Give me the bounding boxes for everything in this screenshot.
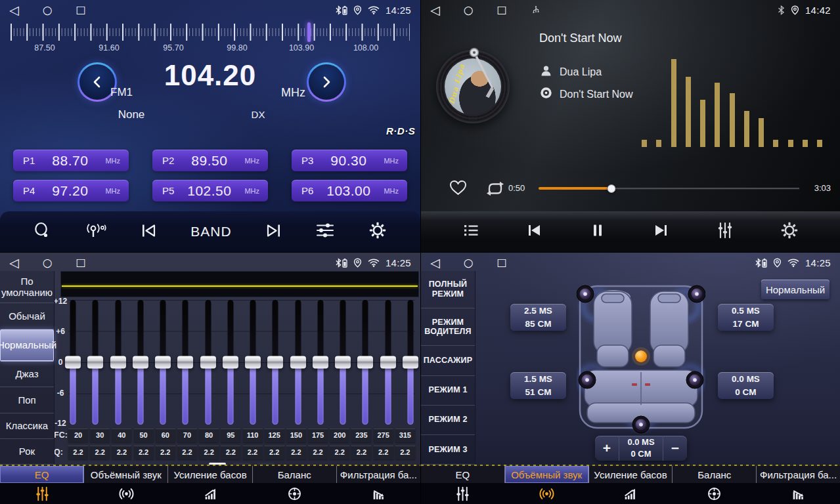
q-value-chip[interactable]: 2.2 (308, 446, 328, 459)
eq-band-slider[interactable] (294, 300, 303, 425)
nav-recents-icon[interactable]: □ (76, 0, 85, 20)
eq-slider-handle[interactable] (290, 356, 306, 369)
fc-value-chip[interactable]: 175 (308, 429, 328, 442)
tab-filter[interactable]: Фильтрация ба... (757, 466, 840, 483)
fc-value-chip[interactable]: 30 (90, 429, 110, 442)
next-station-button[interactable] (265, 222, 282, 242)
q-value-chip[interactable]: 2.2 (221, 446, 240, 459)
eq-band-slider[interactable] (316, 300, 325, 425)
tuner-scale[interactable]: 87.50 91.60 95.70 99.80 103.90 108.00 (11, 22, 410, 54)
eq-slider-handle[interactable] (223, 356, 238, 369)
fc-value-chip[interactable]: 95 (221, 429, 240, 442)
eq-slider-handle[interactable] (177, 356, 193, 369)
filter-tab-icon[interactable] (756, 483, 840, 504)
q-value-chip[interactable]: 2.2 (90, 446, 110, 459)
mode-passenger[interactable]: ПАССАЖИР (421, 346, 475, 375)
eq-slider-handle[interactable] (357, 356, 373, 369)
preset-button-p1[interactable]: P188.70MHz (13, 150, 129, 171)
eq-slider-handle[interactable] (335, 356, 351, 369)
mode-driver[interactable]: РЕЖИМ ВОДИТЕЛЯ (421, 308, 475, 346)
progress-bar[interactable] (539, 184, 799, 193)
balance-tab-icon[interactable] (673, 483, 757, 504)
surround-tab-icon[interactable] (84, 483, 168, 504)
q-value-chip[interactable]: 2.2 (134, 446, 154, 459)
fc-value-chip[interactable]: 80 (199, 429, 219, 442)
tune-up-button[interactable] (307, 62, 346, 102)
bass-boost-tab-icon[interactable] (168, 483, 252, 504)
q-value-chip[interactable]: 2.2 (286, 446, 306, 459)
preset-button-p5[interactable]: P5102.50MHz (152, 180, 268, 201)
nav-home-icon[interactable]: ○ (464, 253, 474, 272)
equalizer-button[interactable] (716, 221, 734, 242)
eq-preset-jazz[interactable]: Джаз (0, 362, 54, 387)
fc-value-chip[interactable]: 200 (330, 429, 349, 442)
eq-band-slider[interactable] (181, 300, 190, 425)
eq-band-slider[interactable] (226, 300, 235, 425)
fc-value-chip[interactable]: 110 (243, 429, 263, 442)
nav-back-icon[interactable]: ◁ (430, 253, 440, 272)
tab-bass-boost[interactable]: Усиление басов (589, 466, 673, 483)
eq-preset-normal[interactable]: Нормальный (0, 329, 54, 362)
previous-track-button[interactable] (525, 222, 543, 241)
delay-rear-left-button[interactable]: 1.5 MS 51 CM (510, 372, 566, 399)
album-art[interactable]: Dua Lipa (436, 50, 510, 123)
bass-boost-tab-icon[interactable] (588, 483, 673, 504)
eq-slider-handle[interactable] (403, 356, 418, 369)
delay-front-right-button[interactable]: 0.5 MS 17 CM (718, 304, 774, 331)
previous-station-button[interactable] (140, 222, 158, 242)
preset-button-p6[interactable]: P6103.00MHz (292, 180, 407, 201)
surround-tab-icon[interactable] (505, 483, 589, 504)
scan-button[interactable] (33, 222, 51, 242)
settings-gear-button[interactable] (368, 221, 387, 242)
nav-recents-icon[interactable]: □ (76, 253, 85, 272)
nav-recents-icon[interactable]: □ (497, 253, 506, 272)
balance-tab-icon[interactable] (252, 483, 336, 504)
q-value-chip[interactable]: 2.2 (156, 446, 175, 459)
mode-3[interactable]: РЕЖИМ 3 (421, 435, 475, 465)
tab-filter[interactable]: Фильтрация ба... (337, 466, 420, 483)
eq-band-slider[interactable] (68, 300, 77, 425)
eq-slider-handle[interactable] (133, 356, 148, 369)
tab-balance[interactable]: Баланс (673, 466, 757, 483)
eq-preset-custom[interactable]: Обычай (0, 303, 54, 329)
q-value-chip[interactable]: 2.2 (395, 446, 415, 459)
q-value-chip[interactable]: 2.2 (177, 446, 197, 459)
playlist-button[interactable] (462, 222, 479, 241)
preset-button-p4[interactable]: P497.20MHz (13, 180, 129, 201)
fc-value-chip[interactable]: 40 (112, 429, 131, 442)
delay-front-left-button[interactable]: 2.5 MS 85 CM (510, 304, 566, 331)
audio-settings-button[interactable] (315, 222, 335, 242)
eq-slider-handle[interactable] (87, 356, 103, 369)
broadcast-button[interactable] (85, 222, 107, 242)
q-value-chip[interactable]: 2.2 (351, 446, 371, 459)
delay-rear-right-button[interactable]: 0.0 MS 0 CM (718, 372, 774, 399)
tab-bass-boost[interactable]: Усиление басов (168, 466, 252, 483)
delay-decrease-button[interactable]: − (663, 436, 687, 461)
q-value-chip[interactable]: 2.2 (243, 446, 263, 459)
tab-surround[interactable]: Объёмный звук (505, 466, 589, 483)
q-value-chip[interactable]: 2.2 (112, 446, 131, 459)
fc-value-chip[interactable]: 125 (265, 429, 284, 442)
eq-band-slider[interactable] (248, 300, 257, 425)
filter-tab-icon[interactable] (336, 483, 420, 504)
nav-home-icon[interactable]: ○ (43, 0, 53, 20)
eq-band-slider[interactable] (158, 300, 167, 425)
repeat-button[interactable] (484, 180, 506, 200)
eq-band-slider[interactable] (384, 300, 393, 425)
nav-back-icon[interactable]: ◁ (9, 253, 19, 272)
q-value-chip[interactable]: 2.2 (374, 446, 393, 459)
fc-value-chip[interactable]: 275 (374, 429, 393, 442)
eq-slider-handle[interactable] (267, 356, 283, 369)
eq-band-slider[interactable] (361, 300, 370, 425)
q-value-chip[interactable]: 2.2 (199, 446, 219, 459)
nav-recents-icon[interactable]: □ (497, 0, 506, 20)
eq-band-slider[interactable] (271, 300, 280, 425)
mode-full[interactable]: ПОЛНЫЙ РЕЖИМ (421, 271, 475, 308)
eq-band-slider[interactable] (91, 300, 100, 425)
fc-value-chip[interactable]: 50 (134, 429, 154, 442)
preset-button-p3[interactable]: P390.30MHz (292, 150, 407, 171)
eq-slider-handle[interactable] (313, 356, 328, 369)
fc-value-chip[interactable]: 60 (156, 429, 175, 442)
q-value-chip[interactable]: 2.2 (68, 446, 88, 459)
band-button[interactable]: BAND (190, 224, 231, 240)
